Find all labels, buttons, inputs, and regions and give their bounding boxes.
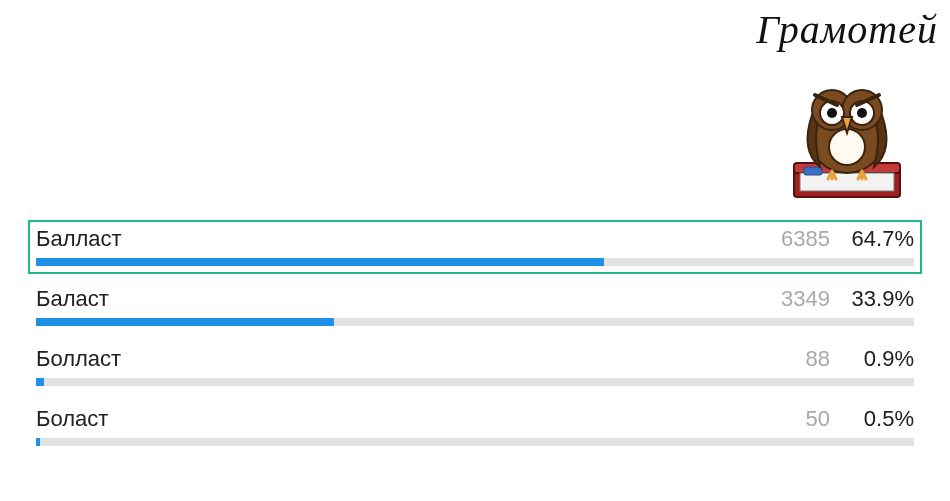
answer-percent: 64.7% <box>842 226 914 252</box>
brand-block: Грамотей <box>756 6 938 205</box>
poll-results: Балласт638564.7%Баласт334933.9%Болласт88… <box>28 220 922 460</box>
answer-count: 6385 <box>760 226 830 252</box>
answer-label: Боласт <box>36 406 760 432</box>
answer-label: Болласт <box>36 346 760 372</box>
answer-row-header: Болласт880.9% <box>36 346 914 372</box>
progress-fill <box>36 258 604 266</box>
owl-on-book-icon <box>756 55 938 205</box>
answer-row[interactable]: Балласт638564.7% <box>28 220 922 274</box>
answer-count: 3349 <box>760 286 830 312</box>
answer-row[interactable]: Болласт880.9% <box>28 340 922 394</box>
answer-row-header: Баласт334933.9% <box>36 286 914 312</box>
answer-percent: 0.5% <box>842 406 914 432</box>
answer-label: Баласт <box>36 286 760 312</box>
answer-percent: 33.9% <box>842 286 914 312</box>
answer-row-header: Балласт638564.7% <box>36 226 914 252</box>
svg-rect-3 <box>804 167 822 175</box>
progress-fill <box>36 378 44 386</box>
svg-rect-2 <box>800 173 894 191</box>
brand-title: Грамотей <box>756 6 938 53</box>
answer-label: Балласт <box>36 226 760 252</box>
progress-fill <box>36 438 40 446</box>
answer-count: 88 <box>760 346 830 372</box>
answer-row-header: Боласт500.5% <box>36 406 914 432</box>
answer-row[interactable]: Баласт334933.9% <box>28 280 922 334</box>
answer-count: 50 <box>760 406 830 432</box>
svg-point-10 <box>827 108 837 118</box>
progress-track <box>36 378 914 386</box>
progress-fill <box>36 318 334 326</box>
answer-row[interactable]: Боласт500.5% <box>28 400 922 454</box>
svg-point-11 <box>857 108 867 118</box>
progress-track <box>36 258 914 266</box>
progress-track <box>36 318 914 326</box>
answer-percent: 0.9% <box>842 346 914 372</box>
progress-track <box>36 438 914 446</box>
